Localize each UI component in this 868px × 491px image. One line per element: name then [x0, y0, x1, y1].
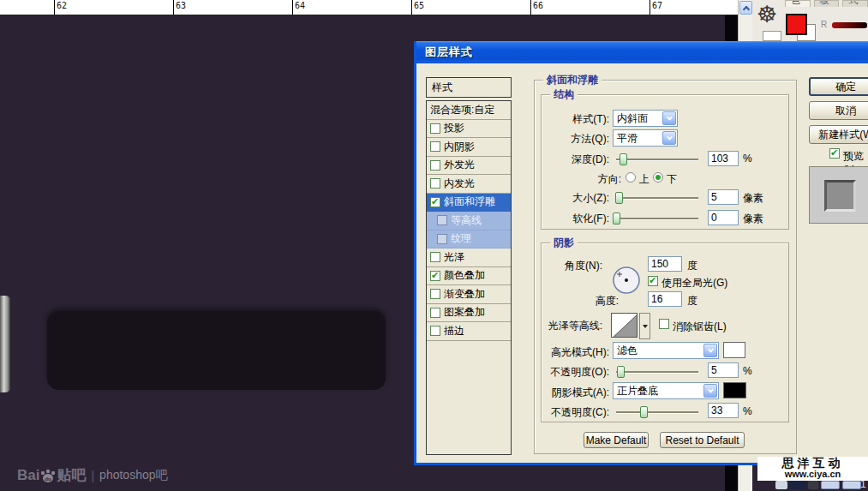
angle-input[interactable]: 150: [648, 256, 682, 272]
size-input[interactable]: 5: [708, 189, 739, 205]
checkbox-unchecked[interactable]: [437, 234, 447, 244]
direction-down-radio[interactable]: [653, 172, 663, 183]
technique-dropdown[interactable]: 平滑: [613, 129, 678, 147]
checkbox-unchecked[interactable]: [430, 141, 440, 152]
ciya-watermark: 思洋互动 www.ciya.cn: [757, 457, 868, 481]
list-item-color-overlay[interactable]: 颜色叠加: [427, 267, 511, 286]
altitude-input[interactable]: 16: [648, 291, 682, 307]
list-item-inner-shadow[interactable]: 内阴影: [427, 138, 511, 157]
list-item-contour[interactable]: 等高线: [427, 212, 511, 231]
angle-unit: 度: [687, 259, 697, 273]
anti-aliased-checkbox[interactable]: [659, 319, 669, 329]
panel-title: 斜面和浮雕: [543, 74, 602, 86]
size-unit: 像素: [743, 191, 763, 206]
list-item-label: 内发光: [444, 177, 475, 191]
shadow-opacity-label: 不透明度(C):: [534, 405, 609, 420]
list-item-satin[interactable]: 光泽: [427, 248, 511, 267]
checkbox-unchecked[interactable]: [430, 252, 440, 262]
tab-styles[interactable]: 样式: [842, 0, 868, 7]
contour-dropdown-button[interactable]: [639, 313, 650, 339]
list-item-label: 光泽: [444, 250, 464, 265]
list-item-stroke[interactable]: 描边: [427, 322, 511, 341]
highlight-opacity-thumb[interactable]: [617, 366, 625, 378]
soften-input[interactable]: 0: [708, 210, 739, 225]
checkbox-checked[interactable]: [430, 271, 440, 281]
list-item-texture[interactable]: 纹理: [427, 231, 511, 249]
preview-checkbox[interactable]: [829, 148, 840, 159]
shading-legend: 阴影: [550, 237, 578, 248]
list-item-drop-shadow[interactable]: 投影: [427, 120, 511, 139]
triangle-down-icon: [643, 325, 648, 328]
ok-button[interactable]: 确定: [809, 77, 868, 96]
scroll-up-button[interactable]: [739, 1, 752, 15]
panel-icon: [808, 481, 818, 489]
dropdown-arrow-icon[interactable]: [662, 131, 676, 145]
styles-header-label: 样式: [432, 81, 452, 95]
checkbox-unchecked[interactable]: [437, 215, 447, 225]
tab-swatches[interactable]: 色板: [814, 0, 840, 7]
list-item-inner-glow[interactable]: 内发光: [427, 175, 511, 194]
bevel-style-value: 内斜面: [617, 111, 648, 126]
ciya-watermark-url: www.ciya.cn: [757, 470, 868, 479]
foreground-color-swatch[interactable]: [786, 14, 807, 35]
cancel-button[interactable]: 取消: [809, 101, 868, 120]
red-channel-label: R: [821, 20, 827, 29]
checkbox-unchecked[interactable]: [430, 123, 440, 134]
size-slider-thumb[interactable]: [615, 192, 623, 204]
highlight-color-swatch[interactable]: [723, 342, 745, 358]
highlight-mode-dropdown[interactable]: 滤色: [613, 342, 719, 359]
depth-slider[interactable]: [616, 159, 698, 161]
size-slider[interactable]: [616, 197, 698, 200]
baidu-logo-text: Bai: [17, 467, 39, 484]
list-item-gradient-overlay[interactable]: 渐变叠加: [427, 285, 511, 304]
new-style-button[interactable]: 新建样式(W: [809, 125, 868, 144]
angle-dial[interactable]: [612, 266, 641, 295]
soften-slider-thumb[interactable]: [613, 213, 620, 225]
dropdown-arrow-icon[interactable]: [703, 384, 717, 398]
highlight-mode-value: 滤色: [617, 344, 638, 358]
highlight-opacity-input[interactable]: 5: [708, 362, 739, 378]
ruler-number: 66: [533, 1, 543, 10]
tab-color[interactable]: 颜色: [785, 0, 811, 7]
list-item-blending-options[interactable]: 混合选项:自定: [427, 101, 511, 120]
shadow-mode-dropdown[interactable]: 正片叠底: [613, 382, 719, 399]
palette-thumbnail: [763, 31, 781, 41]
checkbox-unchecked[interactable]: [430, 289, 440, 299]
chevron-up-icon: [742, 5, 749, 12]
list-item-pattern-overlay[interactable]: 图案叠加: [427, 304, 511, 323]
dialog-titlebar[interactable]: 图层样式: [416, 41, 868, 63]
highlight-opacity-slider[interactable]: [616, 371, 698, 374]
list-item-outer-glow[interactable]: 外发光: [427, 157, 511, 176]
direction-up-radio[interactable]: [626, 172, 636, 183]
gloss-contour-thumbnail[interactable]: [611, 313, 638, 338]
dropdown-arrow-icon[interactable]: [662, 111, 676, 125]
red-channel-slider[interactable]: [832, 22, 867, 28]
checkbox-checked[interactable]: [430, 197, 440, 207]
make-default-button[interactable]: Make Default: [584, 432, 649, 448]
use-global-light-label: 使用全局光(G): [661, 276, 727, 290]
checkbox-unchecked[interactable]: [430, 178, 440, 189]
technique-label: 方法(Q):: [534, 132, 609, 147]
soften-unit: 像素: [743, 212, 763, 226]
baidu-logo: Bai du 贴吧: [17, 465, 86, 485]
checkbox-unchecked[interactable]: [430, 326, 440, 336]
use-global-light-checkbox[interactable]: [648, 276, 658, 286]
shadow-opacity-slider[interactable]: [616, 411, 698, 414]
depth-slider-thumb[interactable]: [620, 153, 627, 165]
ciya-watermark-title: 思洋互动: [757, 457, 868, 470]
panel-icon: [775, 481, 787, 489]
soften-slider[interactable]: [616, 218, 698, 220]
list-item-bevel-emboss-selected[interactable]: 斜面和浮雕: [427, 194, 511, 213]
shadow-color-swatch[interactable]: [723, 382, 746, 398]
reset-to-default-button[interactable]: Reset to Default: [660, 432, 745, 448]
shadow-opacity-thumb[interactable]: [640, 406, 648, 418]
dropdown-arrow-icon[interactable]: [703, 344, 717, 357]
gloss-contour-label: 光泽等高线:: [534, 319, 602, 333]
bevel-style-dropdown[interactable]: 内斜面: [613, 110, 678, 127]
list-item-label: 投影: [444, 121, 464, 135]
checkbox-unchecked[interactable]: [430, 160, 440, 171]
panel-icon: [821, 481, 840, 489]
depth-input[interactable]: 103: [708, 151, 739, 166]
shadow-opacity-input[interactable]: 33: [708, 403, 739, 418]
checkbox-unchecked[interactable]: [430, 308, 440, 318]
